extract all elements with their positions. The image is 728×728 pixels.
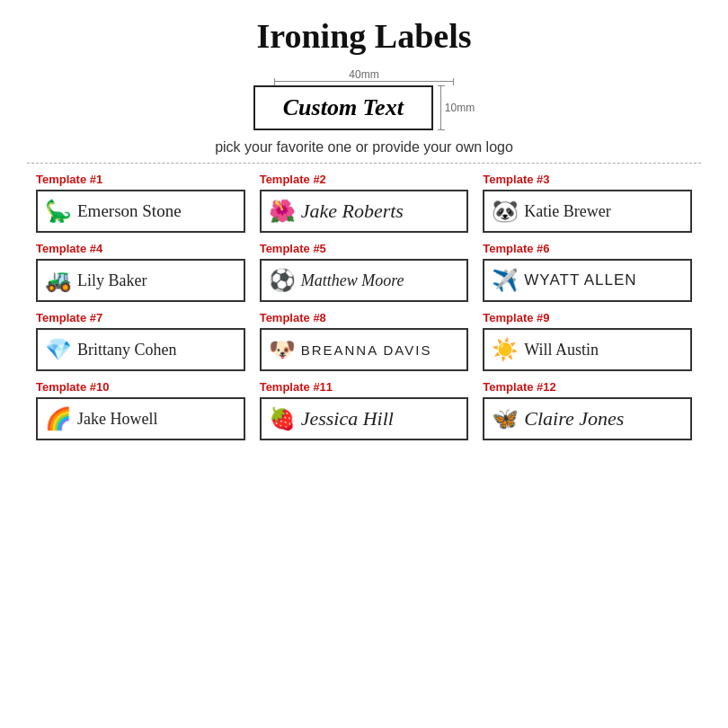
custom-label-preview: Custom Text xyxy=(253,85,433,130)
template-9-name: Will Austin xyxy=(524,341,599,360)
template-10-label: Template #10 xyxy=(36,380,245,394)
templates-grid: Template #1🦕Emerson StoneTemplate #2🌺Jak… xyxy=(27,173,701,440)
template-8-icon: 🐶 xyxy=(269,339,296,360)
template-10-box[interactable]: 🌈Jake Howell xyxy=(36,397,245,440)
template-11[interactable]: Template #11🍓Jessica Hill xyxy=(260,380,469,440)
template-2-icon: 🌺 xyxy=(269,200,296,222)
template-4[interactable]: Template #4🚜Lily Baker xyxy=(36,242,245,302)
template-7-box[interactable]: 💎Brittany Cohen xyxy=(36,328,245,371)
template-10[interactable]: Template #10🌈Jake Howell xyxy=(36,380,245,440)
template-6-box[interactable]: ✈️WYATT ALLEN xyxy=(483,259,692,302)
template-5-label: Template #5 xyxy=(260,242,469,255)
template-6[interactable]: Template #6✈️WYATT ALLEN xyxy=(483,242,692,302)
height-dimension: 10mm xyxy=(440,85,475,130)
template-5-box[interactable]: ⚽Matthew Moore xyxy=(260,259,469,302)
template-3-box[interactable]: 🐼Katie Brewer xyxy=(483,190,692,233)
template-7-icon: 💎 xyxy=(45,339,72,360)
page-container: Ironing Labels 40mm Custom Text 10mm pic… xyxy=(0,0,728,449)
template-4-icon: 🚜 xyxy=(45,270,72,291)
template-4-name: Lily Baker xyxy=(77,271,146,290)
template-10-icon: 🌈 xyxy=(45,408,72,430)
template-11-box[interactable]: 🍓Jessica Hill xyxy=(260,397,469,440)
template-4-label: Template #4 xyxy=(36,242,245,255)
template-12-icon: 🦋 xyxy=(492,408,519,430)
template-9-label: Template #9 xyxy=(483,311,692,324)
template-12-box[interactable]: 🦋Claire Jones xyxy=(483,397,692,440)
page-title: Ironing Labels xyxy=(27,16,701,56)
template-1-box[interactable]: 🦕Emerson Stone xyxy=(36,190,245,233)
template-9-icon: ☀️ xyxy=(492,339,519,360)
template-5-icon: ⚽ xyxy=(269,270,296,291)
template-6-label: Template #6 xyxy=(483,242,692,255)
template-12-label: Template #12 xyxy=(483,380,692,394)
template-6-name: WYATT ALLEN xyxy=(524,271,636,289)
template-11-name: Jessica Hill xyxy=(301,407,394,431)
template-12[interactable]: Template #12🦋Claire Jones xyxy=(483,380,692,440)
template-7-label: Template #7 xyxy=(36,311,245,324)
template-2-label: Template #2 xyxy=(260,173,469,186)
template-8-name: BREANNA DAVIS xyxy=(301,342,432,358)
template-3-name: Katie Brewer xyxy=(524,202,610,221)
template-8[interactable]: Template #8🐶BREANNA DAVIS xyxy=(260,311,469,371)
template-11-icon: 🍓 xyxy=(269,408,296,430)
template-1-icon: 🦕 xyxy=(45,200,72,222)
subtitle-text: pick your favorite one or provide your o… xyxy=(27,139,701,155)
dimension-section: 40mm Custom Text 10mm xyxy=(27,68,701,130)
template-2[interactable]: Template #2🌺Jake Roberts xyxy=(260,173,469,233)
template-3-icon: 🐼 xyxy=(492,200,519,222)
template-3[interactable]: Template #3🐼Katie Brewer xyxy=(483,173,692,233)
template-7-name: Brittany Cohen xyxy=(77,341,177,360)
template-3-label: Template #3 xyxy=(483,173,692,186)
template-1-name: Emerson Stone xyxy=(77,201,182,221)
template-9-box[interactable]: ☀️Will Austin xyxy=(483,328,692,371)
template-9[interactable]: Template #9☀️Will Austin xyxy=(483,311,692,371)
template-8-label: Template #8 xyxy=(260,311,469,324)
template-4-box[interactable]: 🚜Lily Baker xyxy=(36,259,245,302)
template-8-box[interactable]: 🐶BREANNA DAVIS xyxy=(260,328,469,371)
template-5-name: Matthew Moore xyxy=(301,271,404,290)
template-6-icon: ✈️ xyxy=(492,270,519,291)
template-1[interactable]: Template #1🦕Emerson Stone xyxy=(36,173,245,233)
divider xyxy=(27,163,701,164)
width-dimension: 40mm xyxy=(274,68,454,82)
template-12-name: Claire Jones xyxy=(524,407,624,431)
template-7[interactable]: Template #7💎Brittany Cohen xyxy=(36,311,245,371)
template-2-name: Jake Roberts xyxy=(301,200,404,223)
template-1-label: Template #1 xyxy=(36,173,245,186)
template-2-box[interactable]: 🌺Jake Roberts xyxy=(260,190,469,233)
template-5[interactable]: Template #5⚽Matthew Moore xyxy=(260,242,469,302)
template-10-name: Jake Howell xyxy=(77,410,157,429)
template-11-label: Template #11 xyxy=(260,380,469,394)
